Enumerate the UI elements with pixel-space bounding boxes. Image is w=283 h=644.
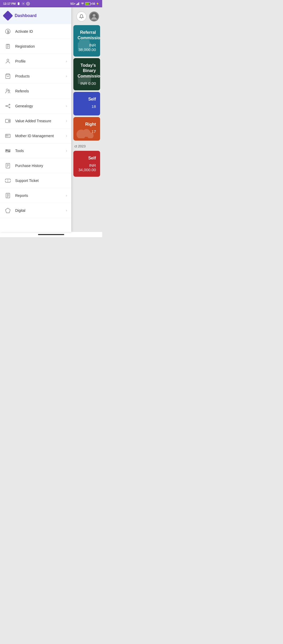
signal-icon bbox=[76, 2, 80, 5]
svg-point-14 bbox=[6, 89, 8, 91]
svg-rect-6 bbox=[79, 2, 79, 5]
card-value: 18 bbox=[78, 104, 96, 109]
svg-point-12 bbox=[7, 59, 9, 61]
vibrate-icon bbox=[17, 2, 20, 5]
sidebar-item-genealogy[interactable]: Genealogy › bbox=[0, 99, 71, 114]
sidebar-item-activate-id[interactable]: Activate ID bbox=[0, 24, 71, 39]
sidebar-item-label: Registration bbox=[15, 44, 67, 48]
svg-point-17 bbox=[9, 104, 10, 105]
bell-icon bbox=[79, 14, 84, 19]
sidebar-item-support-ticket[interactable]: Support Ticket bbox=[0, 173, 71, 188]
chevron-right-icon: › bbox=[66, 194, 67, 197]
card-title: Self bbox=[78, 156, 96, 161]
section-label: ct 2023 bbox=[71, 142, 102, 149]
sidebar-item-reports[interactable]: Reports › bbox=[0, 188, 71, 203]
svg-line-20 bbox=[7, 106, 9, 107]
sidebar-item-profile[interactable]: Profile › bbox=[0, 54, 71, 69]
svg-rect-29 bbox=[6, 163, 10, 168]
wifi-icon bbox=[81, 2, 84, 5]
sidebar-item-value-added-treasure[interactable]: Value Added Treasure › bbox=[0, 114, 71, 129]
dashboard-icon bbox=[3, 10, 13, 21]
sidebar-item-purchase-history[interactable]: Purchase History bbox=[0, 158, 71, 173]
right-card: Right 17 bbox=[73, 117, 100, 141]
sidebar-header[interactable]: Dashboard bbox=[0, 7, 71, 24]
svg-point-37 bbox=[83, 46, 86, 49]
sidebar-item-label: Genealogy bbox=[15, 104, 66, 108]
notification-bell-button[interactable] bbox=[77, 12, 86, 21]
user-avatar-icon bbox=[90, 13, 98, 20]
svg-point-39 bbox=[83, 80, 86, 84]
card-value: INR 34,000.00 bbox=[78, 163, 96, 172]
sidebar-item-referels[interactable]: Referels bbox=[0, 84, 71, 99]
svg-point-1 bbox=[23, 3, 24, 4]
chevron-right-icon: › bbox=[66, 59, 67, 63]
diamond-icon bbox=[4, 207, 12, 214]
sidebar-item-tools[interactable]: Tools › bbox=[0, 143, 71, 158]
nodes-icon bbox=[4, 102, 12, 110]
chevron-right-icon: › bbox=[66, 119, 67, 123]
status-time: 12:17 PM bbox=[3, 2, 30, 5]
svg-rect-0 bbox=[18, 2, 19, 5]
sidebar-item-label: Profile bbox=[15, 59, 66, 63]
sidebar-item-label: Digital bbox=[15, 208, 66, 213]
ticket-icon bbox=[4, 177, 12, 184]
svg-point-15 bbox=[8, 90, 10, 91]
id-card-icon bbox=[4, 132, 12, 140]
settings-icon bbox=[21, 2, 25, 5]
dashboard-label: Dashboard bbox=[15, 13, 37, 18]
sidebar-item-digital[interactable]: Digital › bbox=[0, 203, 71, 218]
avatar[interactable] bbox=[89, 12, 99, 21]
svg-point-27 bbox=[6, 149, 7, 151]
svg-point-28 bbox=[9, 151, 10, 152]
referral-commission-card: Referral Commission INR 38,000.00 bbox=[73, 25, 100, 57]
group-icon bbox=[4, 87, 12, 95]
card-title: Self bbox=[78, 97, 96, 102]
svg-point-16 bbox=[6, 106, 7, 107]
svg-rect-24 bbox=[6, 135, 8, 136]
svg-rect-9 bbox=[85, 3, 89, 5]
battery-icon bbox=[85, 2, 91, 5]
basket-icon bbox=[4, 73, 12, 80]
self-inr-card: Self INR 34,000.00 bbox=[73, 151, 100, 177]
sidebar-item-label: Activate ID bbox=[15, 29, 67, 34]
sidebar-item-label: Products bbox=[15, 74, 66, 78]
wallet-icon bbox=[4, 117, 12, 125]
status-right-icons: 5G+ 56 bbox=[70, 2, 99, 5]
sidebar-item-label: Support Ticket bbox=[15, 179, 67, 183]
dollar-icon bbox=[4, 28, 12, 35]
sidebar-item-products[interactable]: Products › bbox=[0, 69, 71, 84]
toggle-icon bbox=[4, 147, 12, 154]
card-decoration bbox=[76, 125, 94, 139]
sidebar-item-label: Mother ID Management bbox=[15, 134, 66, 138]
report-icon bbox=[4, 192, 12, 199]
chevron-right-icon: › bbox=[66, 74, 67, 78]
chevron-right-icon: › bbox=[66, 209, 67, 212]
top-bar bbox=[71, 9, 102, 24]
history-icon bbox=[4, 162, 12, 169]
sidebar-item-label: Reports bbox=[15, 193, 66, 198]
app-container: Dashboard Activate ID Registration Profi… bbox=[0, 7, 102, 232]
sidebar-item-label: Purchase History bbox=[15, 164, 67, 168]
svg-rect-3 bbox=[76, 4, 77, 5]
svg-rect-21 bbox=[6, 119, 10, 123]
card-decoration bbox=[77, 71, 92, 88]
sidebar-item-mother-id-management[interactable]: Mother ID Management › bbox=[0, 129, 71, 143]
home-bar bbox=[38, 234, 64, 235]
clipboard-icon bbox=[4, 43, 12, 50]
sidebar-item-label: Referels bbox=[15, 89, 67, 93]
svg-point-18 bbox=[9, 107, 10, 108]
person-icon bbox=[4, 58, 12, 65]
self-card: Self 18 bbox=[73, 92, 100, 115]
svg-rect-4 bbox=[77, 3, 78, 5]
svg-rect-8 bbox=[91, 3, 91, 4]
sidebar-item-label: Tools bbox=[15, 149, 66, 153]
sidebar-item-label: Value Added Treasure bbox=[15, 119, 66, 123]
svg-point-34 bbox=[93, 14, 96, 17]
chevron-right-icon: › bbox=[66, 104, 67, 108]
preferences-icon bbox=[26, 2, 30, 5]
chevron-right-icon: › bbox=[66, 134, 67, 138]
sidebar-item-registration[interactable]: Registration bbox=[0, 39, 71, 54]
svg-rect-5 bbox=[78, 3, 78, 5]
status-bar: 12:17 PM 5G+ 56 bbox=[0, 0, 102, 7]
main-content: Referral Commission INR 38,000.00 Today'… bbox=[71, 7, 102, 232]
